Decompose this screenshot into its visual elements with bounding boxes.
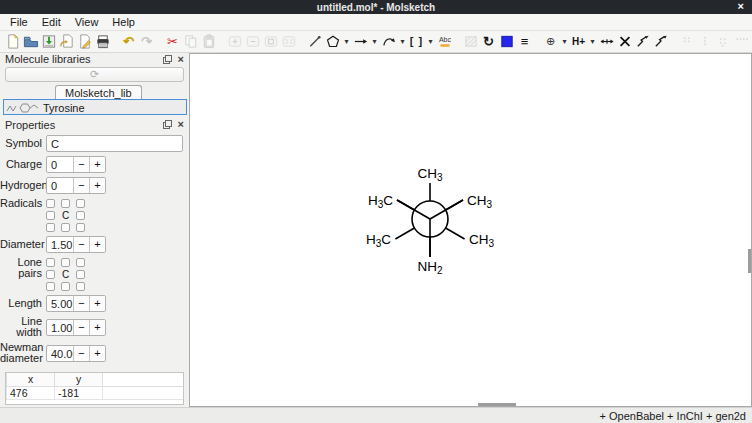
hydrogens-value[interactable]: 0: [47, 178, 73, 193]
lone-pairs-checkbox[interactable]: [61, 282, 70, 291]
diameter-decrement-button[interactable]: −: [73, 237, 89, 252]
menu-help[interactable]: Help: [105, 15, 142, 29]
length-spinbox[interactable]: 5.00−+: [46, 295, 106, 312]
symbol-input[interactable]: C: [46, 135, 183, 152]
diameter-increment-button[interactable]: +: [89, 237, 105, 252]
bracket-tool-icon[interactable]: [ ]: [408, 33, 425, 51]
charge-tool-icon[interactable]: ⊕: [542, 33, 559, 51]
zoom-original-icon[interactable]: [262, 33, 279, 51]
coords-row[interactable]: 476-181: [7, 386, 184, 399]
tab-molsketch-lib[interactable]: Molsketch_lib: [55, 85, 142, 99]
lone-pairs-checkbox[interactable]: [46, 270, 55, 279]
atom-label-ch3[interactable]: CH3​: [467, 193, 493, 210]
molecule-newman-projection[interactable]: CH3​H3​CCH3​H3​CCH3​NH2​: [190, 54, 750, 407]
open-file-icon[interactable]: [22, 33, 39, 51]
line-width-value[interactable]: 1.00: [47, 320, 73, 335]
newman-diameter-value[interactable]: 40.00: [47, 346, 73, 361]
radicals-checkbox[interactable]: [46, 211, 55, 220]
diameter-value[interactable]: 1.50: [47, 237, 73, 252]
radicals-checkbox[interactable]: [46, 199, 55, 208]
undo-icon[interactable]: ↶: [120, 33, 137, 51]
new-file-icon[interactable]: [4, 33, 21, 51]
charge-increment-button[interactable]: +: [89, 157, 105, 172]
bond[interactable]: [395, 228, 414, 239]
mechanism-arrow-tool-icon[interactable]: [380, 33, 397, 51]
zoom-fit-icon[interactable]: [280, 33, 297, 51]
charge-increment-tool-icon[interactable]: [598, 33, 615, 51]
electron-flow-tool-2-icon[interactable]: [652, 33, 669, 51]
hydrogen-tool-dropdown[interactable]: ▾: [588, 37, 597, 46]
charge-decrement-button[interactable]: −: [73, 157, 89, 172]
menu-file[interactable]: File: [3, 15, 35, 29]
coord-x-cell[interactable]: 476: [7, 386, 55, 399]
export-icon[interactable]: [76, 33, 93, 51]
coordinates-table[interactable]: xy476-181: [6, 373, 183, 400]
lone-pair-tool-1-icon[interactable]: [678, 33, 695, 51]
zoom-in-icon[interactable]: [226, 33, 243, 51]
newman-diameter-increment-button[interactable]: +: [89, 346, 105, 361]
delete-tool-icon[interactable]: [616, 33, 633, 51]
coordinates-table-container[interactable]: xy476-181: [5, 372, 184, 405]
line-width-tool-icon[interactable]: ≡: [516, 33, 533, 51]
reaction-arrow-tool-dropdown[interactable]: ▾: [370, 37, 379, 46]
length-increment-button[interactable]: +: [89, 296, 105, 311]
newman-diameter-decrement-button[interactable]: −: [73, 346, 89, 361]
text-tool-icon[interactable]: Abc: [436, 33, 453, 51]
lone-pair-tool-2-icon[interactable]: [696, 33, 713, 51]
hydrogens-decrement-button[interactable]: −: [73, 178, 89, 193]
lone-pairs-checkbox[interactable]: [76, 258, 85, 267]
draw-tool-icon[interactable]: [306, 33, 323, 51]
radicals-checkbox[interactable]: [76, 199, 85, 208]
charge-tool-dropdown[interactable]: ▾: [560, 37, 569, 46]
rotate-tool-icon[interactable]: ↻: [480, 33, 497, 51]
line-width-spinbox[interactable]: 1.00−+: [46, 319, 106, 336]
radicals-checkbox[interactable]: [46, 223, 55, 232]
length-value[interactable]: 5.00: [47, 296, 73, 311]
radicals-checkbox[interactable]: [76, 223, 85, 232]
paste-icon[interactable]: [200, 33, 217, 51]
charge-spinbox[interactable]: 0−+: [46, 156, 106, 173]
close-window-button[interactable]: ×: [738, 0, 744, 14]
charge-value[interactable]: 0: [47, 157, 73, 172]
library-refresh-button[interactable]: ⟳: [5, 67, 184, 82]
electron-flow-tool-1-icon[interactable]: [634, 33, 651, 51]
lone-pairs-checkbox[interactable]: [46, 258, 55, 267]
menu-view[interactable]: View: [68, 15, 106, 29]
close-panel-icon[interactable]: ×: [178, 55, 184, 64]
atom-label-h3c[interactable]: H3​C: [368, 193, 393, 210]
lone-pair-tool-4-icon[interactable]: [732, 33, 749, 51]
float-panel-icon[interactable]: [163, 120, 172, 129]
print-icon[interactable]: [94, 33, 111, 51]
atom-label-h3c[interactable]: H3​C: [366, 232, 391, 249]
title-bar[interactable]: untitled.mol* - Molsketch ×: [0, 0, 752, 14]
lone-pairs-checkbox[interactable]: [61, 258, 70, 267]
hydrogens-spinbox[interactable]: 0−+: [46, 177, 106, 194]
radicals-checkbox[interactable]: [76, 211, 85, 220]
lone-pairs-checkbox[interactable]: [46, 282, 55, 291]
bracket-tool-dropdown[interactable]: ▾: [426, 37, 435, 46]
atom-label-ch3[interactable]: CH3​: [469, 232, 495, 249]
radicals-checkbox[interactable]: [61, 199, 70, 208]
float-panel-icon[interactable]: [163, 55, 172, 64]
molecule-library-list[interactable]: Tyrosine: [3, 99, 187, 115]
redo-icon[interactable]: ↷: [138, 33, 155, 51]
newman-diameter-spinbox[interactable]: 40.00−+: [46, 345, 106, 362]
atom-label-nh2[interactable]: NH2​: [417, 259, 443, 276]
coords-header-x[interactable]: x: [7, 373, 55, 386]
lone-pair-tool-3-icon[interactable]: [714, 33, 731, 51]
pattern-tool-icon[interactable]: [462, 33, 479, 51]
ring-tool-dropdown[interactable]: ▾: [342, 37, 351, 46]
length-decrement-button[interactable]: −: [73, 296, 89, 311]
zoom-out-icon[interactable]: [244, 33, 261, 51]
hydrogen-tool-icon[interactable]: H+: [570, 33, 587, 51]
color-picker-icon[interactable]: [498, 33, 515, 51]
mechanism-arrow-tool-dropdown[interactable]: ▾: [398, 37, 407, 46]
horizontal-scrollbar-thumb[interactable]: [478, 403, 516, 406]
coords-header-y[interactable]: y: [55, 373, 103, 386]
lone-pairs-checkbox[interactable]: [76, 270, 85, 279]
reaction-arrow-tool-icon[interactable]: [352, 33, 369, 51]
bond[interactable]: [446, 228, 465, 239]
line-width-increment-button[interactable]: +: [89, 320, 105, 335]
lone-pairs-checkbox[interactable]: [76, 282, 85, 291]
hydrogens-increment-button[interactable]: +: [89, 178, 105, 193]
